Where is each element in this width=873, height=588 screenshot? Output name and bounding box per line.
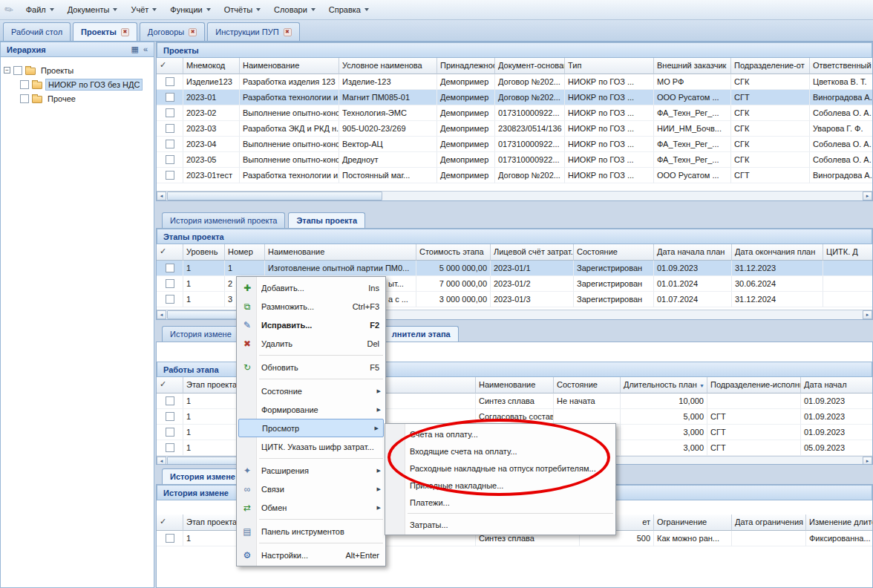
column-header[interactable]: Дата окончания план bbox=[732, 244, 823, 261]
row-checkbox[interactable] bbox=[166, 295, 174, 304]
table-row[interactable]: Изделие123Разработка изделия 123Изделие-… bbox=[157, 74, 872, 90]
column-header[interactable]: Принадлежность bbox=[437, 58, 495, 74]
tab-history[interactable]: История измене bbox=[162, 468, 243, 484]
scroll-thumb[interactable] bbox=[167, 192, 382, 200]
column-header[interactable]: Тип bbox=[565, 58, 654, 74]
column-header[interactable]: Состояние bbox=[574, 244, 654, 261]
table-row[interactable]: 2023-01тестРазработка технологии и...Пос… bbox=[157, 168, 872, 183]
column-header[interactable]: Мнемокод bbox=[183, 58, 240, 74]
tab-desktop[interactable]: Рабочий стол bbox=[3, 22, 71, 41]
row-checkbox[interactable] bbox=[166, 77, 174, 86]
column-header[interactable]: Подразделение-от bbox=[731, 58, 810, 74]
column-header[interactable]: Наименование bbox=[265, 244, 416, 261]
menu-item-state[interactable]: Состояние▶ bbox=[237, 382, 385, 400]
column-header[interactable]: Дата ограничения bbox=[732, 514, 806, 531]
column-header[interactable]: ЦИТК. Д bbox=[823, 244, 872, 261]
collapse-sidebar-icon[interactable]: « bbox=[143, 45, 148, 54]
row-checkbox[interactable] bbox=[166, 264, 174, 272]
row-checkbox[interactable] bbox=[166, 396, 174, 405]
column-header[interactable]: Условное наименова bbox=[339, 58, 437, 74]
column-header[interactable]: Документ-основан bbox=[495, 58, 565, 74]
select-all-header[interactable]: ✓ bbox=[157, 377, 183, 393]
column-header[interactable]: Ограничение bbox=[654, 514, 732, 531]
tree-checkbox[interactable] bbox=[20, 94, 29, 103]
close-icon[interactable]: ✖ bbox=[284, 28, 292, 36]
tab-stage-history[interactable]: История измене bbox=[162, 326, 240, 342]
row-checkbox[interactable] bbox=[166, 279, 174, 288]
scroll-right-icon[interactable]: ▸ bbox=[863, 457, 872, 465]
table-row[interactable]: 2023-02Выполнение опытно-конс...Технолог… bbox=[157, 105, 872, 121]
row-checkbox[interactable] bbox=[166, 171, 174, 180]
table-row[interactable]: 11Изготовление опытной партии ПМ0...5 00… bbox=[157, 261, 872, 276]
scroll-left-icon[interactable]: ◂ bbox=[157, 192, 166, 200]
table-row[interactable]: 2023-01Разработка технологии и...Магнит … bbox=[157, 90, 872, 105]
tree-item-other[interactable]: Прочее bbox=[4, 91, 151, 105]
tab-projects[interactable]: Проекты✖ bbox=[73, 22, 137, 41]
scroll-left-icon[interactable]: ◂ bbox=[157, 457, 166, 465]
row-checkbox[interactable] bbox=[166, 155, 174, 164]
select-all-header[interactable]: ✓ bbox=[157, 514, 183, 531]
menu-item-incoming-invoices[interactable]: Входящие счета на оплату... bbox=[385, 442, 615, 460]
tab-project-history[interactable]: История изменений проекта bbox=[162, 212, 285, 228]
tree-checkbox[interactable] bbox=[20, 80, 29, 89]
column-header[interactable]: Стоимость этапа bbox=[416, 244, 491, 261]
close-icon[interactable]: ✖ bbox=[189, 28, 197, 36]
menu-item-view[interactable]: Просмотр▶ bbox=[238, 419, 384, 437]
column-header[interactable]: Номер bbox=[225, 244, 265, 261]
menu-item-invoices[interactable]: Счета на оплату... bbox=[385, 425, 615, 442]
collapse-icon[interactable]: − bbox=[4, 67, 10, 74]
menu-item-edit[interactable]: ✎Исправить...F2 bbox=[237, 316, 385, 334]
select-all-header[interactable]: ✓ bbox=[157, 58, 183, 74]
menu-dictionaries[interactable]: Словари bbox=[267, 1, 322, 18]
menu-item-settings[interactable]: ⚙Настройки...Alt+Enter bbox=[237, 546, 385, 564]
menu-item-extensions[interactable]: ✦Расширения▶ bbox=[237, 461, 385, 480]
tree-item-projects[interactable]: − Проекты bbox=[4, 63, 151, 77]
column-header[interactable]: Уровень bbox=[183, 244, 225, 261]
column-header[interactable]: Наименование bbox=[240, 58, 339, 74]
tree-checkbox[interactable] bbox=[13, 66, 22, 75]
column-header[interactable]: Дата начал bbox=[801, 377, 872, 393]
menu-item-outgoing-waybills[interactable]: Расходные накладные на отпуск потребител… bbox=[385, 460, 615, 477]
tab-contracts[interactable]: Договоры✖ bbox=[140, 22, 205, 41]
row-checkbox[interactable] bbox=[166, 108, 174, 117]
tree-item-niokr-goz[interactable]: НИОКР по ГОЗ без НДС bbox=[4, 77, 151, 91]
scroll-right-icon[interactable]: ▸ bbox=[863, 310, 872, 319]
row-checkbox[interactable] bbox=[166, 428, 174, 437]
table-row[interactable]: 2023-03Разработка ЭКД и РКД н...905-U020… bbox=[157, 121, 872, 137]
column-header[interactable]: Длительность план▼ bbox=[621, 377, 707, 393]
tab-pup-instructions[interactable]: Инструкции ПУП✖ bbox=[207, 22, 299, 41]
menu-item-refresh[interactable]: ↻ОбновитьF5 bbox=[237, 358, 385, 376]
column-header[interactable]: Лицевой счёт затрат. bbox=[491, 244, 574, 261]
menu-documents[interactable]: Документы bbox=[61, 1, 125, 18]
column-header[interactable]: Подразделение-исполнитель.. bbox=[707, 377, 801, 393]
column-header[interactable]: Изменение длите bbox=[806, 514, 872, 531]
menu-item-exchange[interactable]: ⇄Обмен▶ bbox=[237, 498, 385, 517]
close-icon[interactable]: ✖ bbox=[121, 28, 129, 36]
scroll-right-icon[interactable]: ▸ bbox=[863, 192, 872, 200]
menu-item-toolbar-panel[interactable]: ▤Панель инструментов bbox=[237, 522, 385, 540]
menu-functions[interactable]: Функции bbox=[163, 1, 217, 18]
menu-file[interactable]: Файл bbox=[19, 1, 61, 18]
row-checkbox[interactable] bbox=[166, 124, 174, 133]
menu-item-citk-cost-code[interactable]: ЦИТК. Указать шифр затрат... bbox=[237, 437, 385, 456]
table-row[interactable]: 2023-04Выполнение опытно-конс...Вектор-А… bbox=[157, 137, 872, 152]
tab-project-stages[interactable]: Этапы проекта bbox=[288, 212, 365, 228]
menu-item-links[interactable]: ∞Связи▶ bbox=[237, 480, 385, 498]
table-row[interactable]: 2023-05Выполнение опытно-конс...Дредноут… bbox=[157, 152, 872, 168]
layout-grid-icon[interactable]: ▦ bbox=[131, 45, 138, 54]
menu-help[interactable]: Справка bbox=[322, 1, 376, 18]
column-header[interactable]: Наименование bbox=[476, 377, 554, 393]
column-header[interactable]: Состояние bbox=[554, 377, 621, 393]
horizontal-scrollbar[interactable]: ◂ ▸ bbox=[157, 191, 872, 200]
row-checkbox[interactable] bbox=[166, 93, 174, 102]
menu-reports[interactable]: Отчёты bbox=[218, 1, 267, 18]
menu-item-duplicate[interactable]: ⧉Размножить...Ctrl+F3 bbox=[237, 297, 385, 316]
scroll-left-icon[interactable]: ◂ bbox=[157, 310, 166, 319]
row-checkbox[interactable] bbox=[166, 534, 174, 543]
row-checkbox[interactable] bbox=[166, 412, 174, 421]
column-header[interactable]: Ответственный bbox=[810, 58, 872, 74]
menu-item-formation[interactable]: Формирование▶ bbox=[237, 400, 385, 419]
menu-item-delete[interactable]: ✖УдалитьDel bbox=[237, 334, 385, 353]
column-header[interactable]: Внешний заказчик bbox=[654, 58, 731, 74]
menu-item-incoming-waybills[interactable]: Приходные накладные... bbox=[385, 477, 615, 494]
